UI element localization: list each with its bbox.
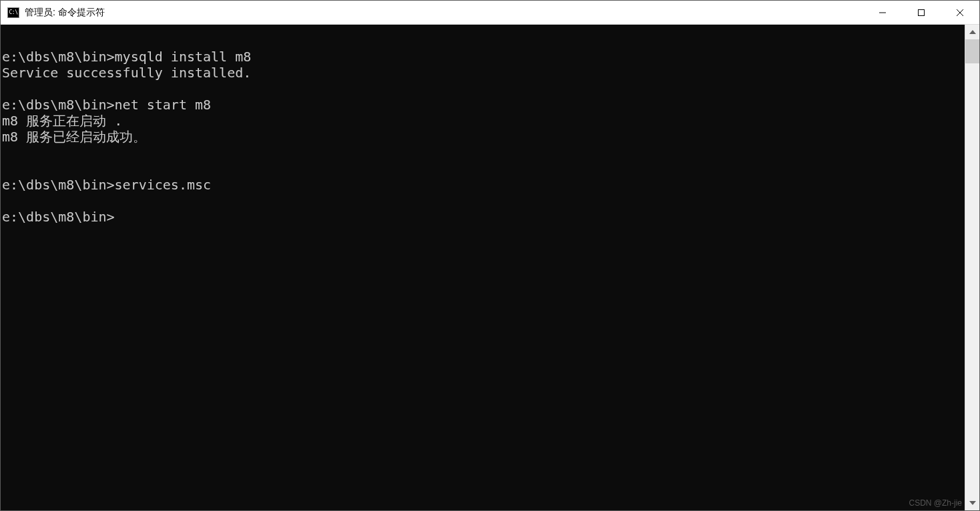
maximize-button[interactable] bbox=[902, 1, 941, 24]
scroll-down-arrow-icon[interactable] bbox=[965, 496, 979, 510]
close-button[interactable] bbox=[941, 1, 979, 24]
minimize-button[interactable] bbox=[863, 1, 902, 24]
titlebar[interactable]: C:\ 管理员: 命令提示符 bbox=[1, 1, 979, 25]
window-title: 管理员: 命令提示符 bbox=[25, 7, 863, 19]
vertical-scrollbar[interactable] bbox=[965, 25, 979, 510]
maximize-icon bbox=[917, 9, 925, 17]
terminal-output[interactable]: e:\dbs\m8\bin>mysqld install m8 Service … bbox=[1, 25, 965, 510]
svg-rect-1 bbox=[919, 9, 925, 15]
close-icon bbox=[956, 9, 964, 17]
command-prompt-window: C:\ 管理员: 命令提示符 e:\dbs\m8\bin>mysqld inst… bbox=[0, 0, 980, 511]
window-controls bbox=[863, 1, 979, 24]
minimize-icon bbox=[879, 9, 887, 17]
scroll-thumb[interactable] bbox=[965, 39, 979, 63]
cmd-icon: C:\ bbox=[7, 7, 19, 18]
scroll-up-arrow-icon[interactable] bbox=[965, 25, 979, 39]
client-area: e:\dbs\m8\bin>mysqld install m8 Service … bbox=[1, 25, 979, 510]
